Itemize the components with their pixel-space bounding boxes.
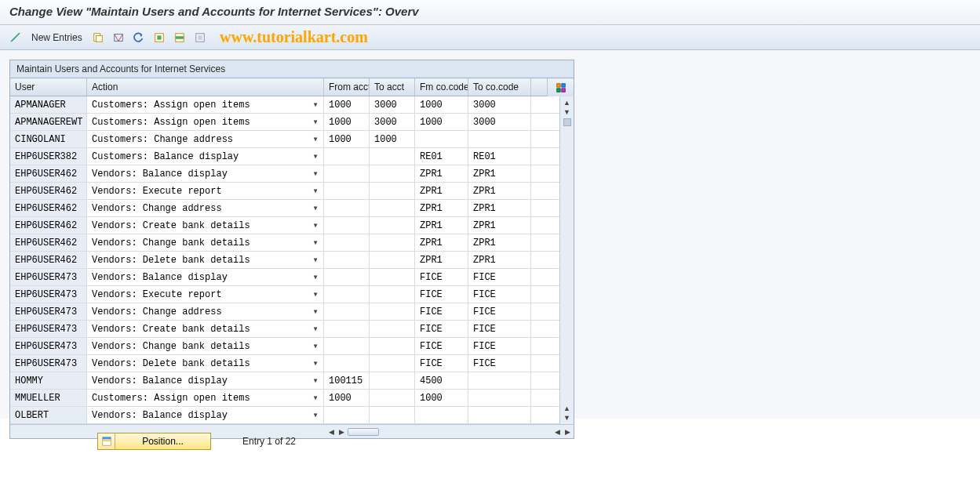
cell-to-cocode[interactable]: FICE: [468, 286, 531, 303]
cell-fm-cocode[interactable]: 1000: [415, 114, 468, 130]
cell-to-cocode[interactable]: FICE: [468, 321, 531, 337]
cell-to-cocode[interactable]: ZPR1: [468, 252, 531, 268]
new-entries-button[interactable]: New Entries: [28, 31, 86, 45]
cell-user[interactable]: MMUELLER: [10, 390, 87, 406]
cell-action[interactable]: Vendors: Create bank details▾: [87, 321, 324, 337]
cell-to-cocode[interactable]: ZPR1: [468, 217, 531, 234]
cell-to-acct[interactable]: [370, 390, 415, 406]
hscroll-right-icon[interactable]: ▶: [337, 428, 346, 436]
scroll-thumb[interactable]: [563, 118, 571, 126]
col-header-fm-cocode[interactable]: Fm co.code: [415, 78, 468, 96]
dropdown-icon[interactable]: ▾: [309, 409, 322, 422]
dropdown-icon[interactable]: ▾: [309, 340, 322, 353]
cell-to-acct[interactable]: [370, 234, 415, 251]
position-button[interactable]: Position...: [97, 433, 211, 450]
cell-fm-cocode[interactable]: ZPR1: [415, 252, 468, 268]
table-row[interactable]: EHP6USER462Vendors: Change bank details▾…: [10, 234, 559, 252]
cell-from-acct[interactable]: [324, 321, 370, 337]
dropdown-icon[interactable]: ▾: [309, 185, 322, 198]
cell-fm-cocode[interactable]: RE01: [415, 148, 468, 165]
cell-to-acct[interactable]: [370, 321, 415, 337]
table-row[interactable]: EHP6USER462Vendors: Delete bank details▾…: [10, 252, 559, 269]
select-block-icon[interactable]: [172, 30, 188, 45]
table-row[interactable]: APMANAGERCustomers: Assign open items▾10…: [10, 96, 559, 114]
dropdown-icon[interactable]: ▾: [309, 116, 322, 129]
cell-fm-cocode[interactable]: ZPR1: [415, 234, 468, 251]
cell-to-acct[interactable]: [370, 286, 415, 303]
cell-action[interactable]: Customers: Assign open items▾: [87, 390, 324, 406]
undo-change-icon[interactable]: [131, 30, 147, 45]
cell-user[interactable]: EHP6USER473: [10, 269, 87, 285]
cell-to-acct[interactable]: [370, 183, 415, 199]
cell-to-acct[interactable]: [370, 252, 415, 268]
cell-fm-cocode[interactable]: FICE: [415, 355, 468, 372]
cell-to-cocode[interactable]: [468, 407, 531, 423]
cell-to-acct[interactable]: [370, 148, 415, 165]
table-row[interactable]: MMUELLERCustomers: Assign open items▾100…: [10, 390, 559, 407]
dropdown-icon[interactable]: ▾: [309, 168, 322, 180]
cell-user[interactable]: EHP6USER462: [10, 165, 87, 182]
cell-to-cocode[interactable]: FICE: [468, 355, 531, 372]
cell-to-acct[interactable]: 3000: [370, 96, 415, 113]
cell-to-cocode[interactable]: ZPR1: [468, 165, 531, 182]
cell-to-cocode[interactable]: FICE: [468, 269, 531, 285]
table-row[interactable]: EHP6USER473Vendors: Balance display▾FICE…: [10, 269, 559, 286]
cell-user[interactable]: APMANAGEREWT: [10, 114, 87, 130]
dropdown-icon[interactable]: ▾: [309, 323, 322, 335]
dropdown-icon[interactable]: ▾: [309, 375, 322, 387]
cell-to-cocode[interactable]: [468, 390, 531, 406]
dropdown-icon[interactable]: ▾: [309, 237, 322, 249]
cell-to-acct[interactable]: [370, 269, 415, 285]
cell-to-acct[interactable]: 3000: [370, 114, 415, 130]
table-row[interactable]: CINGOLANICustomers: Change address▾10001…: [10, 131, 559, 148]
table-row[interactable]: APMANAGEREWTCustomers: Assign open items…: [10, 114, 559, 131]
cell-to-cocode[interactable]: [468, 372, 531, 389]
cell-action[interactable]: Vendors: Balance display▾: [87, 269, 324, 285]
dropdown-icon[interactable]: ▾: [309, 133, 322, 146]
scroll-up2-icon[interactable]: ▲: [563, 404, 570, 413]
delete-icon[interactable]: [111, 30, 126, 45]
cell-fm-cocode[interactable]: 1000: [415, 390, 468, 406]
cell-fm-cocode[interactable]: [415, 407, 468, 423]
cell-from-acct[interactable]: [324, 303, 370, 320]
cell-action[interactable]: Vendors: Balance display▾: [87, 372, 324, 389]
cell-action[interactable]: Vendors: Delete bank details▾: [87, 252, 324, 268]
cell-to-cocode[interactable]: [468, 131, 531, 147]
cell-action[interactable]: Vendors: Execute report▾: [87, 183, 324, 199]
cell-action[interactable]: Vendors: Execute report▾: [87, 286, 324, 303]
cell-from-acct[interactable]: 1000: [324, 390, 370, 406]
cell-to-acct[interactable]: [370, 200, 415, 216]
cell-from-acct[interactable]: [324, 252, 370, 268]
cell-to-acct[interactable]: [370, 407, 415, 423]
cell-action[interactable]: Vendors: Create bank details▾: [87, 217, 324, 234]
col-header-user[interactable]: User: [10, 78, 87, 96]
cell-user[interactable]: EHP6USER473: [10, 338, 87, 354]
cell-fm-cocode[interactable]: FICE: [415, 338, 468, 354]
cell-action[interactable]: Vendors: Delete bank details▾: [87, 355, 324, 372]
cell-to-cocode[interactable]: 3000: [468, 96, 531, 113]
cell-action[interactable]: Customers: Assign open items▾: [87, 96, 324, 113]
table-row[interactable]: EHP6USER382Customers: Balance display▾RE…: [10, 148, 559, 165]
cell-to-acct[interactable]: 1000: [370, 131, 415, 147]
cell-user[interactable]: OLBERT: [10, 407, 87, 423]
dropdown-icon[interactable]: ▾: [309, 357, 322, 370]
cell-from-acct[interactable]: [324, 355, 370, 372]
cell-from-acct[interactable]: [324, 165, 370, 182]
toggle-display-change-icon[interactable]: [8, 30, 24, 45]
scroll-down2-icon[interactable]: ▼: [563, 413, 570, 423]
cell-fm-cocode[interactable]: ZPR1: [415, 183, 468, 199]
cell-user[interactable]: EHP6USER473: [10, 321, 87, 337]
cell-fm-cocode[interactable]: FICE: [415, 286, 468, 303]
cell-action[interactable]: Customers: Change address▾: [87, 131, 324, 147]
cell-from-acct[interactable]: 1000: [324, 96, 370, 113]
cell-to-cocode[interactable]: ZPR1: [468, 234, 531, 251]
hscroll-thumb[interactable]: [348, 428, 379, 436]
cell-to-acct[interactable]: [370, 338, 415, 354]
dropdown-icon[interactable]: ▾: [309, 99, 322, 111]
dropdown-icon[interactable]: ▾: [309, 219, 322, 232]
col-header-to-cocode[interactable]: To co.code: [468, 78, 531, 96]
cell-fm-cocode[interactable]: FICE: [415, 321, 468, 337]
cell-action[interactable]: Vendors: Change address▾: [87, 200, 324, 216]
cell-user[interactable]: EHP6USER473: [10, 286, 87, 303]
cell-user[interactable]: EHP6USER462: [10, 217, 87, 234]
